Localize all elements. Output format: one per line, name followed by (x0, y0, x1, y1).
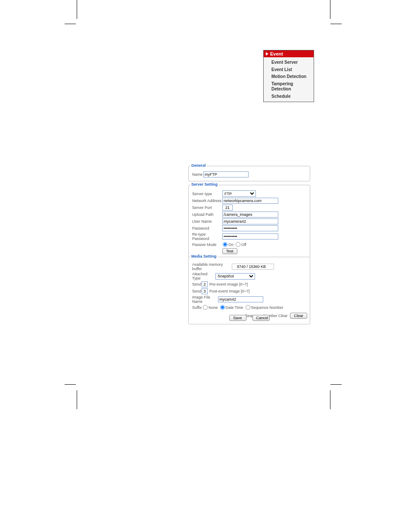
name-input[interactable] (203, 171, 249, 177)
server-port-label: Server Port (192, 205, 222, 210)
image-file-name-label: Image File Name (192, 295, 218, 304)
attached-type-select[interactable]: Snapshot (215, 273, 255, 280)
pre-event-hint: Pre-event Image [0~7] (209, 282, 248, 286)
name-label: Name (192, 172, 203, 177)
user-name-input[interactable] (222, 218, 278, 224)
network-address-input[interactable] (222, 198, 278, 204)
nav-header-event[interactable]: Event (264, 50, 314, 57)
buffer-value: 8740 / 15360 KB (232, 264, 274, 270)
crop-mark (65, 384, 76, 385)
buffer-label: Available memory buffer (192, 262, 232, 271)
suffix-seq-label: Sequence Number (251, 305, 283, 310)
password-input[interactable] (222, 225, 278, 231)
send-post-label: Send (192, 289, 202, 293)
server-setting-legend: Server Setting (190, 182, 218, 187)
passive-mode-label: Passive Mode (192, 243, 222, 247)
crop-mark (330, 384, 342, 385)
upload-path-input[interactable] (222, 212, 278, 218)
image-file-name-input[interactable] (218, 296, 263, 302)
nav-header-label: Event (270, 51, 283, 56)
crop-mark (77, 390, 77, 409)
suffix-seq-radio[interactable] (246, 305, 250, 310)
suffix-label: Suffix (192, 305, 202, 310)
attached-type-label: Attached Type (192, 272, 215, 280)
save-button[interactable]: Save (229, 315, 246, 321)
action-buttons: Save Cancel (188, 315, 310, 321)
post-event-hint: Post-event Image [0~7] (209, 289, 249, 293)
test-button[interactable]: Test (222, 248, 237, 254)
media-setting-group: Media Setting Available memory buffer 87… (188, 257, 310, 324)
passive-off-label: Off (241, 243, 246, 247)
crop-mark (65, 24, 76, 24)
passive-on-label: On (228, 243, 234, 247)
nav-item-event-server[interactable]: Event Server (271, 59, 314, 66)
suffix-date-label: Date Time (226, 305, 243, 310)
nav-item-tampering-detection[interactable]: Tampering Detection (271, 81, 314, 93)
nav-item-schedule[interactable]: Schedule (271, 93, 314, 100)
retype-password-input[interactable] (222, 233, 278, 240)
event-nav-panel: Event Event Server Event List Motion Det… (263, 50, 314, 102)
crop-mark (330, 390, 330, 409)
crop-mark (330, 0, 330, 19)
retype-password-label: Re-type Password (192, 232, 222, 241)
server-type-select[interactable]: FTP (222, 190, 256, 197)
pre-event-input[interactable] (202, 281, 208, 287)
media-setting-legend: Media Setting (190, 254, 218, 258)
arrow-right-icon (266, 52, 268, 56)
send-pre-label: Send (192, 282, 202, 286)
server-setting-group: Server Setting Server type FTP Network A… (188, 185, 310, 258)
passive-on-radio[interactable] (223, 242, 227, 247)
server-port-input[interactable] (222, 205, 233, 211)
cancel-button[interactable]: Cancel (252, 315, 270, 321)
general-legend: General (190, 163, 207, 168)
nav-items: Event Server Event List Motion Detection… (264, 57, 314, 102)
post-event-input[interactable] (202, 288, 208, 294)
nav-item-motion-detection[interactable]: Motion Detection (271, 73, 314, 81)
upload-path-label: Upload Path (192, 212, 222, 217)
password-label: Password (192, 226, 222, 230)
suffix-date-radio[interactable] (220, 305, 224, 310)
server-type-label: Server type (192, 192, 222, 196)
nav-item-event-list[interactable]: Event List (271, 66, 314, 74)
user-name-label: User Name (192, 219, 222, 224)
passive-off-radio[interactable] (236, 242, 240, 247)
general-group: General Name (188, 166, 310, 181)
crop-mark (77, 0, 77, 19)
crop-mark (330, 24, 342, 24)
suffix-none-label: None (209, 305, 218, 310)
network-address-label: Network Address (192, 199, 222, 203)
suffix-none-radio[interactable] (203, 305, 208, 310)
